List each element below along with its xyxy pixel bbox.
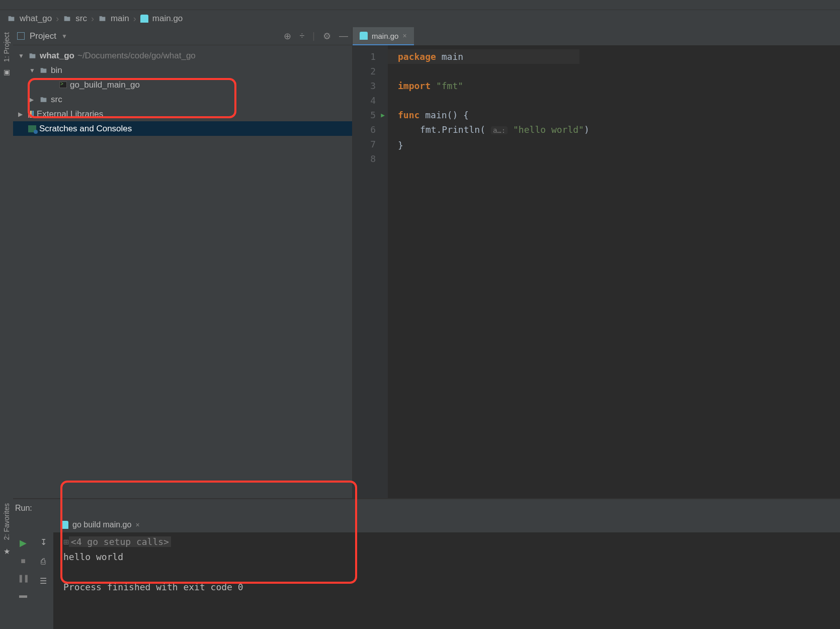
editor: main.go × 1 2 3 4 5 6 7 8 package main i… (353, 27, 840, 498)
breadcrumb-file[interactable]: main.go (152, 14, 183, 24)
scratches-icon (28, 125, 36, 132)
left-tool-rail-bottom: 2: Favorites ★ (0, 498, 13, 629)
expand-arrow-icon[interactable]: ▶ (18, 111, 25, 118)
gear-icon[interactable]: ⚙ (323, 31, 331, 42)
close-icon[interactable]: × (135, 521, 139, 529)
folder-icon (98, 15, 107, 22)
ident-main: main (442, 51, 463, 62)
folder-icon (28, 52, 37, 59)
left-tool-rail: 1: Project ▣ (0, 27, 13, 498)
editor-tab-bar: main.go × (353, 27, 840, 45)
folder-icon (63, 15, 71, 22)
tree-scratches[interactable]: ▶ Scratches and Consoles (13, 121, 352, 136)
str-fmt: "fmt" (436, 81, 463, 91)
tree-bin-folder[interactable]: ▼ bin (13, 63, 352, 77)
code-area[interactable]: package main import "fmt" func main() { … (388, 45, 590, 498)
project-tree[interactable]: ▼ what_go ~/Documents/code/go/what_go ▼ … (13, 45, 352, 139)
tree-src-folder[interactable]: ▶ src (13, 92, 352, 107)
favorites-tool-button[interactable]: 2: Favorites (3, 503, 11, 540)
gopher-icon (360, 32, 368, 40)
kw-package: package (398, 51, 436, 62)
line-number: 1 (353, 49, 376, 64)
fn-main: main (425, 110, 447, 120)
pause-icon[interactable]: ❚❚ (18, 574, 29, 583)
collapse-icon[interactable]: ÷ (299, 31, 304, 41)
run-header: Run: (13, 499, 840, 517)
minimize-icon[interactable]: — (339, 31, 348, 41)
breadcrumb: what_go › src › main › main.go (0, 10, 840, 27)
close-brace: } (398, 140, 403, 150)
chevron-down-icon[interactable]: ▼ (61, 33, 67, 40)
tree-root[interactable]: ▼ what_go ~/Documents/code/go/what_go (13, 48, 352, 63)
gutter: 1 2 3 4 5 6 7 8 (353, 45, 388, 498)
star-icon[interactable]: ★ (4, 547, 10, 556)
kw-import: import (398, 81, 431, 91)
breadcrumb-root[interactable]: what_go (20, 14, 52, 24)
libraries-icon (28, 111, 34, 118)
locate-icon[interactable]: ⊕ (284, 31, 291, 42)
console-line: hello world (63, 549, 840, 565)
toolbar (0, 0, 840, 10)
editor-tab-main-go[interactable]: main.go × (353, 27, 414, 45)
tree-external-libraries[interactable]: ▶ External Libraries (13, 107, 352, 121)
folder-icon (39, 96, 48, 103)
editor-body[interactable]: 1 2 3 4 5 6 7 8 package main import "fmt… (353, 45, 840, 498)
expand-arrow-icon[interactable]: ▶ (29, 96, 36, 103)
project-tool-button[interactable]: 1: Project (3, 32, 11, 62)
setup-calls: <4 go setup calls> (69, 536, 171, 547)
soft-wrap-icon[interactable]: ⎙ (41, 557, 46, 566)
run-console-controls: ↧ ⎙ ☰ (33, 517, 53, 629)
binary-icon (59, 82, 67, 88)
run-panel: 2: Favorites ★ Run: ▶ ■ ❚❚ ▬ ↧ ⎙ ☰ (0, 498, 840, 629)
run-tab-label: go build main.go (72, 520, 131, 529)
tree-bin-file[interactable]: go_build_main_go (13, 77, 352, 92)
line-number: 8 (353, 151, 376, 166)
run-tab[interactable]: go build main.go × (56, 520, 144, 529)
chevron-icon: › (56, 14, 59, 24)
src-folder-name: src (51, 95, 62, 105)
expand-arrow-icon[interactable]: ▼ (29, 67, 36, 74)
project-panel: Project ▼ ⊕ ÷ | ⚙ — ▼ what_go ~/Document… (13, 27, 353, 498)
line-number: 4 (353, 93, 376, 108)
fmt-println: fmt.Println( (420, 124, 485, 135)
folder-icon[interactable]: ▣ (4, 68, 10, 76)
kw-func: func (398, 110, 419, 120)
layout-icon[interactable]: ▬ (19, 591, 27, 600)
external-libraries-label: External Libraries (37, 109, 103, 119)
str-hello: "hello world" (513, 124, 584, 135)
line-number: 3 (353, 78, 376, 93)
scroll-to-end-icon[interactable]: ↧ (40, 537, 47, 547)
project-icon (17, 32, 25, 40)
folder-icon (39, 67, 48, 74)
chevron-icon: › (133, 14, 136, 24)
stop-icon[interactable]: ■ (21, 557, 26, 566)
project-panel-header: Project ▼ ⊕ ÷ | ⚙ — (13, 27, 352, 45)
close-icon[interactable]: × (402, 32, 406, 40)
paren: () { (447, 110, 469, 120)
editor-tab-label: main.go (372, 32, 398, 40)
line-number-run[interactable]: 5 (353, 108, 376, 122)
chevron-icon: › (91, 14, 94, 24)
project-root-path: ~/Documents/code/go/what_go (77, 51, 196, 61)
project-root-name: what_go (40, 51, 74, 61)
run-controls: ▶ ■ ❚❚ ▬ (13, 517, 33, 629)
close-paren: ) (584, 124, 590, 135)
project-header-title[interactable]: Project (30, 31, 56, 41)
line-number: 6 (353, 122, 376, 137)
bin-folder-name: bin (51, 65, 62, 75)
param-hint: a…: (491, 126, 508, 134)
console-exit: Process finished with exit code 0 (63, 580, 840, 595)
breadcrumb-src[interactable]: src (75, 14, 87, 24)
line-number: 7 (353, 137, 376, 151)
folder-icon (7, 15, 16, 22)
print-icon[interactable]: ☰ (40, 576, 47, 586)
rerun-icon[interactable]: ▶ (20, 537, 27, 548)
breadcrumb-main[interactable]: main (111, 14, 129, 24)
gopher-icon (140, 15, 148, 23)
console-output[interactable]: ⊞<4 go setup calls> hello world Process … (53, 532, 840, 629)
line-number: 2 (353, 64, 376, 78)
scratches-label: Scratches and Consoles (39, 124, 132, 134)
run-label: Run: (15, 504, 32, 513)
expand-arrow-icon[interactable]: ▼ (18, 52, 25, 59)
gopher-icon (60, 521, 68, 529)
